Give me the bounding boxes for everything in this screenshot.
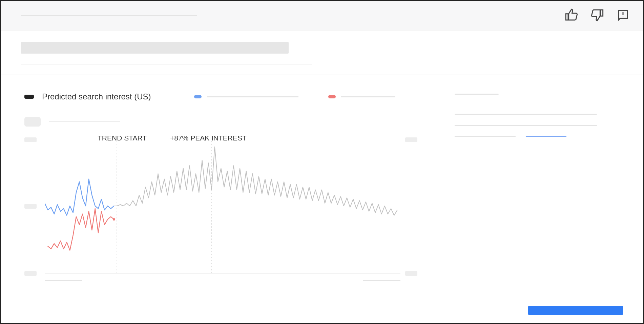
legend-label-blue-placeholder <box>207 96 298 97</box>
page-title-placeholder <box>21 42 289 54</box>
app-frame: Predicted search interest (US) TREND STA… <box>0 0 644 324</box>
legend-swatch-main <box>24 95 34 99</box>
x-tick-left <box>45 280 82 281</box>
y-tick-top <box>24 137 37 142</box>
thumbs-up-icon[interactable] <box>565 8 578 23</box>
main-content: Predicted search interest (US) TREND STA… <box>1 75 643 324</box>
cta-button[interactable] <box>528 306 623 315</box>
chart-svg <box>45 134 400 277</box>
side-panel <box>434 75 643 324</box>
thumbs-down-icon[interactable] <box>590 8 604 23</box>
side-link-placeholder[interactable] <box>526 136 566 137</box>
breadcrumb-placeholder <box>21 15 197 16</box>
y-tick-mid <box>24 204 37 209</box>
legend-item-red <box>328 95 395 98</box>
chart-panel: Predicted search interest (US) TREND STA… <box>1 75 434 324</box>
feedback-actions <box>565 8 630 23</box>
x-tick-right <box>363 280 400 281</box>
legend-label-main: Predicted search interest (US) <box>42 92 151 101</box>
legend-swatch-blue <box>194 95 202 98</box>
chart-subheader-placeholder <box>49 121 120 122</box>
top-bar <box>1 1 643 31</box>
legend-label-red-placeholder <box>341 96 395 97</box>
subtitle-placeholder <box>21 64 312 64</box>
y-tick-bottom-right <box>405 271 417 276</box>
header-block <box>1 31 643 75</box>
chart-area: TREND START +87% PEAK INTEREST <box>24 134 414 293</box>
y-tick-top-right <box>405 137 417 142</box>
chart-legend: Predicted search interest (US) <box>24 92 414 101</box>
side-text-line-3a <box>455 136 516 137</box>
chart-badge <box>24 117 41 127</box>
legend-item-blue <box>194 95 298 98</box>
report-icon[interactable] <box>616 8 630 23</box>
svg-point-0 <box>113 218 115 221</box>
legend-swatch-red <box>328 95 336 98</box>
chart-subheader <box>24 117 414 127</box>
y-tick-bottom <box>24 271 37 276</box>
